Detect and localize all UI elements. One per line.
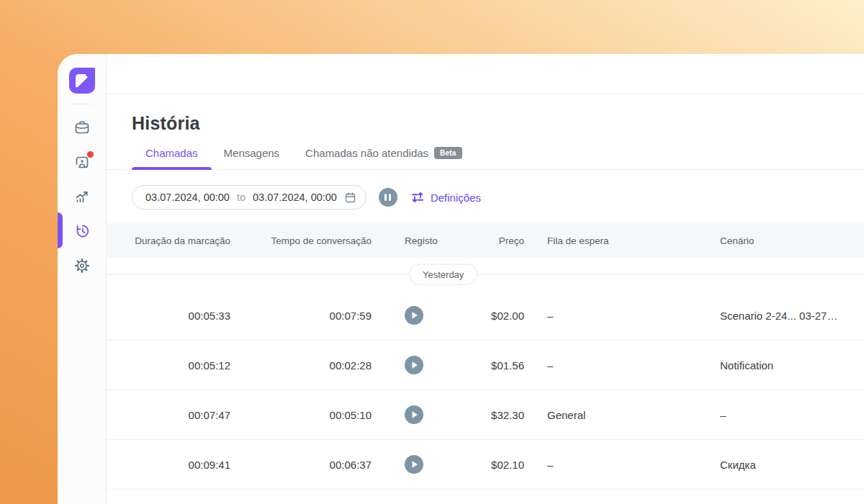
cell-queue: – bbox=[524, 459, 706, 471]
active-nav-indicator bbox=[58, 212, 63, 248]
filters-toolbar: 03.07.2024, 00:00 to 03.07.2024, 00:00 bbox=[132, 185, 864, 210]
column-header-duration: Duração da marcação bbox=[107, 235, 230, 246]
table-row[interactable]: 00:05:33 00:07:59 $02.00 – Scenario 2-24… bbox=[107, 291, 864, 341]
cell-duration: 00:09:41 bbox=[107, 459, 230, 471]
play-record-button[interactable] bbox=[405, 405, 423, 424]
cell-scenario: Скидка bbox=[706, 459, 864, 471]
tab-label: Chamadas bbox=[145, 147, 198, 159]
sidebar-nav bbox=[73, 119, 91, 292]
cell-price: $01.56 bbox=[456, 359, 524, 372]
desktop-background: { "colors": { "accent_purple": "#7b4ff2"… bbox=[0, 0, 864, 504]
sidebar-item-history[interactable] bbox=[73, 222, 91, 240]
gear-icon bbox=[73, 257, 91, 274]
column-header-queue: Fila de espera bbox=[524, 235, 706, 246]
sidebar-item-contacts[interactable] bbox=[73, 153, 91, 171]
sidebar-divider bbox=[72, 104, 92, 104]
column-header-record: Registo bbox=[372, 235, 456, 246]
calendar-icon bbox=[344, 192, 356, 204]
date-group-divider: Yesterday bbox=[107, 258, 864, 291]
top-bar bbox=[107, 54, 864, 94]
pause-icon bbox=[384, 194, 391, 201]
sidebar-item-services[interactable] bbox=[73, 119, 91, 136]
tab-mensagens[interactable]: Mensagens bbox=[224, 147, 280, 169]
table-row[interactable]: 00:09:41 00:06:37 $02.10 – Скидка bbox=[107, 440, 864, 490]
briefcase-icon bbox=[73, 119, 91, 136]
column-header-scenario: Cenário bbox=[706, 235, 864, 246]
main-content: História Chamadas Mensagens Chamadas não… bbox=[107, 54, 864, 504]
sidebar-item-statistics[interactable] bbox=[73, 188, 91, 205]
beta-badge: Beta bbox=[434, 147, 462, 159]
history-icon bbox=[73, 222, 91, 240]
date-group-pill: Yesterday bbox=[409, 264, 477, 285]
date-from-value: 03.07.2024, 00:00 bbox=[145, 192, 230, 203]
table-body: 00:05:33 00:07:59 $02.00 – Scenario 2-24… bbox=[107, 291, 864, 490]
cell-duration: 00:07:47 bbox=[107, 409, 230, 421]
table-header: Duração da marcação Tempo de conversação… bbox=[107, 223, 864, 258]
cell-price: $02.10 bbox=[456, 459, 524, 471]
cell-record bbox=[372, 455, 456, 474]
definitions-label: Definições bbox=[431, 192, 481, 204]
cell-price: $02.00 bbox=[456, 310, 524, 322]
cell-talk-time: 00:02:28 bbox=[230, 359, 372, 372]
cell-talk-time: 00:07:59 bbox=[230, 310, 372, 322]
cell-talk-time: 00:06:37 bbox=[230, 459, 372, 471]
column-header-price: Preço bbox=[456, 235, 524, 246]
play-record-button[interactable] bbox=[405, 356, 423, 374]
cell-queue: General bbox=[524, 409, 706, 421]
tab-label: Mensagens bbox=[224, 147, 280, 159]
cell-queue: – bbox=[524, 359, 706, 372]
date-range-picker[interactable]: 03.07.2024, 00:00 to 03.07.2024, 00:00 bbox=[132, 185, 366, 210]
app-window: História Chamadas Mensagens Chamadas não… bbox=[58, 54, 864, 504]
brand-logo[interactable] bbox=[69, 68, 95, 94]
cell-duration: 00:05:33 bbox=[107, 310, 230, 322]
tab-label: Chamadas não atendidas bbox=[305, 147, 428, 159]
date-to-label: to bbox=[237, 192, 246, 203]
cell-record bbox=[372, 306, 456, 325]
cell-scenario: – bbox=[706, 409, 864, 421]
tab-chamadas[interactable]: Chamadas bbox=[145, 147, 198, 169]
play-icon bbox=[405, 455, 423, 474]
cell-scenario: Scenario 2-24... 03-27… bbox=[706, 310, 864, 322]
tab-bar: Chamadas Mensagens Chamadas não atendida… bbox=[107, 147, 864, 170]
cell-scenario: Notification bbox=[706, 359, 864, 372]
play-icon bbox=[405, 356, 423, 374]
sort-arrows-icon bbox=[411, 191, 424, 204]
definitions-button[interactable]: Definições bbox=[411, 191, 481, 204]
tab-chamadas-nao-atendidas[interactable]: Chamadas não atendidas Beta bbox=[305, 147, 462, 169]
cell-record bbox=[372, 356, 456, 374]
cell-queue: – bbox=[524, 310, 706, 322]
cell-price: $32.30 bbox=[456, 409, 524, 421]
play-record-button[interactable] bbox=[405, 455, 423, 474]
divider-line bbox=[107, 274, 864, 275]
notification-dot bbox=[87, 151, 94, 158]
cell-record bbox=[372, 405, 456, 424]
sidebar bbox=[58, 54, 107, 504]
page-title: História bbox=[132, 113, 864, 134]
pause-button[interactable] bbox=[379, 188, 397, 207]
table-row[interactable]: 00:07:47 00:05:10 $32.30 General – bbox=[107, 390, 864, 440]
date-to-value: 03.07.2024, 00:00 bbox=[253, 192, 337, 203]
cell-talk-time: 00:05:10 bbox=[230, 409, 372, 421]
sidebar-item-settings[interactable] bbox=[73, 257, 91, 274]
table-row[interactable]: 00:05:12 00:02:28 $01.56 – Notification bbox=[107, 341, 864, 390]
play-record-button[interactable] bbox=[405, 306, 423, 325]
stats-icon bbox=[73, 188, 91, 205]
column-header-talk-time: Tempo de conversação bbox=[230, 235, 372, 246]
cell-duration: 00:05:12 bbox=[107, 359, 230, 372]
play-icon bbox=[405, 306, 423, 325]
play-icon bbox=[405, 405, 423, 424]
